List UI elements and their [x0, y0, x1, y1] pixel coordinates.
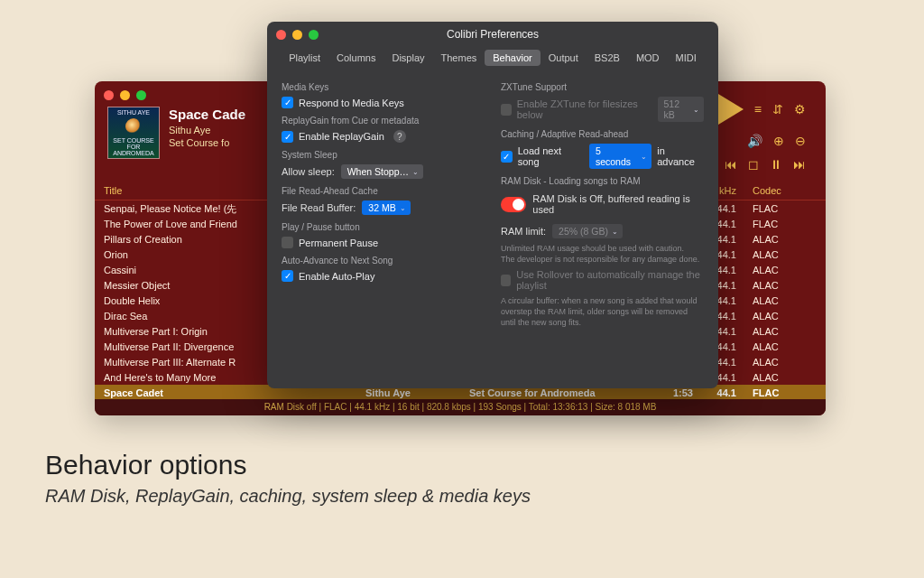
- zoom-icon[interactable]: [309, 30, 319, 40]
- album-art-top: SITHU AYE: [110, 109, 157, 116]
- section-zxtune: ZXTune Support: [501, 82, 704, 92]
- album-art-bottom: SET COURSE FOR ANDROMEDA: [110, 137, 157, 156]
- col-codec[interactable]: Codec: [736, 185, 790, 200]
- zoom-icon[interactable]: [136, 90, 146, 100]
- track-artist: Sithu Aye: [169, 125, 245, 135]
- section-auto-advance: Auto-Advance to Next Song: [282, 256, 485, 266]
- close-icon[interactable]: [104, 90, 114, 100]
- enable-zxtune-checkbox[interactable]: ✓Enable ZXTune for filesizes below 512 k…: [501, 97, 704, 122]
- tab-bs2b[interactable]: BS2B: [587, 50, 628, 66]
- preferences-window: Colibri Preferences PlaylistColumnsDispl…: [267, 22, 718, 388]
- menu-icon[interactable]: ≡: [754, 102, 762, 117]
- zxtune-size-select: 512 kB⌄: [658, 97, 704, 122]
- section-system-sleep: System Sleep: [282, 150, 485, 160]
- section-play-pause: Play / Pause button: [282, 222, 485, 232]
- caption: Behavior options RAM Disk, ReplayGain, c…: [45, 450, 531, 507]
- enable-replaygain-checkbox[interactable]: ✓Enable ReplayGain?: [282, 130, 485, 143]
- ram-warning: Unlimited RAM usage should be used with …: [501, 243, 704, 265]
- gear-icon[interactable]: ⚙: [794, 102, 806, 117]
- file-read-buffer-select[interactable]: 32 MB⌄: [362, 200, 410, 215]
- preferences-title: Colibri Preferences: [267, 22, 718, 41]
- galaxy-icon: [125, 118, 142, 135]
- ram-disk-status: RAM Disk is Off, buffered reading is use…: [532, 193, 704, 215]
- use-rollover-checkbox: ✓Use Rollover to automatically manage th…: [501, 269, 704, 291]
- play-button[interactable]: [718, 94, 744, 125]
- file-read-buffer-label: File Read Buffer:: [282, 202, 356, 213]
- load-next-song-select[interactable]: 5 seconds⌄: [589, 144, 651, 169]
- prefs-left-column: Media Keys ✓Respond to Media Keys Replay…: [282, 75, 485, 332]
- player-controls: ≡ ⇵ ⚙ 🔊 ⊕ ⊖ ⏮ ◻ ⏸ ⏭: [718, 94, 806, 172]
- tab-themes[interactable]: Themes: [433, 50, 485, 66]
- permanent-pause-checkbox[interactable]: ✓Permanent Pause: [282, 237, 485, 248]
- prefs-right-column: ZXTune Support ✓Enable ZXTune for filesi…: [501, 75, 704, 332]
- caption-sub: RAM Disk, ReplayGain, caching, system sl…: [45, 486, 531, 507]
- track-title: Space Cade: [169, 107, 245, 122]
- tab-columns[interactable]: Columns: [328, 50, 383, 66]
- section-caching: Caching / Adaptive Read-ahead: [501, 129, 704, 139]
- allow-sleep-select[interactable]: When Stopp…⌄: [341, 164, 423, 179]
- section-ram-disk: RAM Disk - Loading songs to RAM: [501, 176, 704, 186]
- enable-autoplay-checkbox[interactable]: ✓Enable Auto-Play: [282, 270, 485, 282]
- tab-mod[interactable]: MOD: [628, 50, 668, 66]
- minus-icon[interactable]: ⊖: [795, 134, 806, 148]
- allow-sleep-label: Allow sleep:: [282, 166, 335, 177]
- equalizer-icon[interactable]: ⇵: [772, 102, 783, 117]
- rollover-note: A circular buffer: when a new song is ad…: [501, 295, 704, 328]
- volume-icon[interactable]: 🔊: [747, 134, 762, 148]
- tab-behavior[interactable]: Behavior: [485, 50, 540, 66]
- now-playing: SITHU AYE SET COURSE FOR ANDROMEDA Space…: [107, 107, 245, 159]
- respond-media-keys-checkbox[interactable]: ✓Respond to Media Keys: [282, 97, 485, 108]
- tab-output[interactable]: Output: [541, 50, 587, 66]
- ram-limit-select: 25% (8 GB)⌄: [552, 224, 623, 238]
- ram-disk-toggle[interactable]: [501, 197, 526, 212]
- tab-display[interactable]: Display: [383, 50, 432, 66]
- minimize-icon[interactable]: [292, 30, 302, 40]
- pause-icon[interactable]: ⏸: [770, 157, 782, 172]
- stop-icon[interactable]: ◻: [748, 157, 759, 172]
- section-replaygain: ReplayGain from Cue or metadata: [282, 116, 485, 126]
- next-icon[interactable]: ⏭: [793, 157, 806, 172]
- track-album: Set Course fo: [169, 137, 245, 148]
- caption-heading: Behavior options: [45, 450, 531, 480]
- status-bar: RAM Disk off | FLAC | 44.1 kHz | 16 bit …: [95, 399, 826, 415]
- album-art: SITHU AYE SET COURSE FOR ANDROMEDA: [107, 107, 160, 159]
- close-icon[interactable]: [276, 30, 286, 40]
- load-next-song-checkbox[interactable]: ✓Load next song 5 seconds⌄ in advance: [501, 144, 704, 169]
- prev-icon[interactable]: ⏮: [725, 157, 737, 172]
- ram-limit-label: RAM limit:: [501, 226, 546, 237]
- window-traffic-lights: [276, 30, 319, 40]
- tab-midi[interactable]: MIDI: [668, 50, 705, 66]
- help-icon[interactable]: ?: [393, 130, 406, 143]
- tab-playlist[interactable]: Playlist: [281, 50, 328, 66]
- section-media-keys: Media Keys: [282, 82, 485, 92]
- plus-icon[interactable]: ⊕: [773, 134, 784, 148]
- section-read-ahead: File Read-Ahead Cache: [282, 186, 485, 196]
- preferences-tabs: PlaylistColumnsDisplayThemesBehaviorOutp…: [267, 50, 718, 66]
- minimize-icon[interactable]: [120, 90, 130, 100]
- window-traffic-lights: [104, 90, 146, 100]
